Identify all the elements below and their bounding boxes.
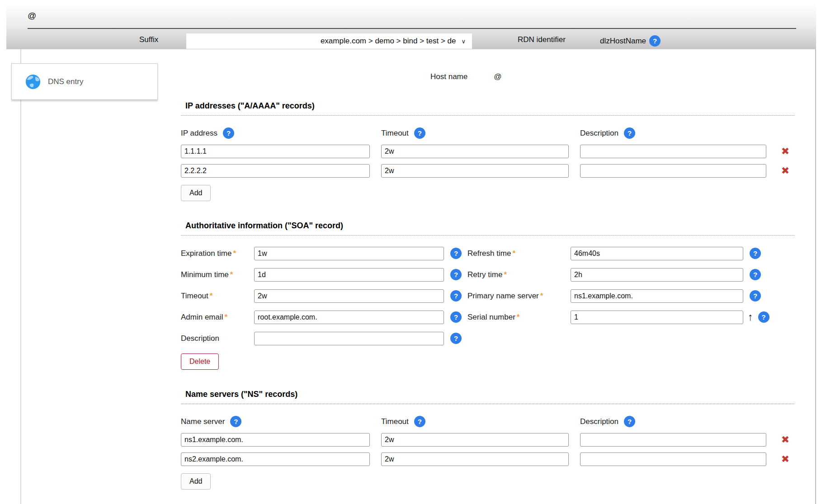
main-form: Host name @ IP addresses ("A/AAAA" recor…	[181, 63, 794, 490]
help-icon[interactable]: ?	[414, 127, 425, 139]
help-icon[interactable]: ?	[750, 248, 761, 259]
ip-add-button[interactable]: Add	[181, 185, 211, 201]
ns-server-column-header: Name server ?	[181, 416, 370, 427]
primary-name-server-text: Primary name server	[467, 292, 539, 300]
ip-description-input-0[interactable]	[580, 145, 766, 158]
help-icon[interactable]: ?	[649, 35, 661, 47]
refresh-time-text: Refresh time	[467, 249, 511, 258]
required-marker: *	[504, 270, 507, 279]
ns-timeout-column-header: Timeout ?	[381, 416, 569, 427]
retry-time-input[interactable]	[571, 268, 743, 282]
ns-description-input-0[interactable]	[580, 433, 766, 447]
ip-address-input-0[interactable]	[181, 145, 370, 158]
ns-timeout-input-0[interactable]	[381, 433, 569, 447]
ip-records-table: IP address ? Timeout ? Description ? ✖ ✖	[181, 127, 794, 178]
rdn-identifier-label: RDN identifier	[518, 35, 566, 44]
required-marker: *	[512, 249, 515, 258]
ns-timeout-input-1[interactable]	[381, 452, 569, 466]
title-divider	[28, 28, 796, 29]
delete-row-icon[interactable]: ✖	[781, 454, 789, 464]
help-icon[interactable]: ?	[450, 290, 462, 301]
soa-description-input[interactable]	[254, 332, 444, 345]
soa-delete-button[interactable]: Delete	[181, 353, 219, 370]
expiration-time-label: Expiration time*	[181, 249, 254, 258]
required-marker: *	[517, 313, 520, 321]
admin-email-input[interactable]	[254, 311, 444, 324]
serial-number-input[interactable]	[571, 311, 743, 324]
tab-dns-entry[interactable]: DNS entry	[11, 63, 158, 100]
serial-number-label: Serial number*	[467, 313, 571, 322]
help-icon[interactable]: ?	[450, 248, 462, 259]
suffix-select-value: example.com > demo > bind > test > de	[321, 37, 456, 46]
required-marker: *	[210, 292, 213, 300]
ip-section-title: IP addresses ("A/AAAA" records)	[181, 101, 794, 116]
ip-address-column-label: IP address	[181, 129, 217, 138]
hostname-label: Host name	[430, 72, 467, 81]
delete-row-icon[interactable]: ✖	[781, 435, 789, 445]
help-icon[interactable]: ?	[624, 416, 635, 427]
ns-add-button[interactable]: Add	[181, 473, 211, 490]
required-marker: *	[230, 270, 233, 279]
soa-section-title: Authoritative information ("SOA" record)	[181, 221, 794, 236]
ns-description-column-header: Description ?	[580, 416, 766, 427]
ns-server-input-0[interactable]	[181, 433, 370, 447]
ip-description-input-1[interactable]	[580, 164, 766, 178]
suffix-select[interactable]: example.com > demo > bind > test > de ∨	[186, 33, 472, 49]
serial-number-text: Serial number	[467, 313, 515, 321]
hostname-value: @	[494, 72, 501, 81]
ip-timeout-input-0[interactable]	[381, 145, 569, 158]
delete-row-icon[interactable]: ✖	[781, 166, 789, 176]
required-marker: *	[225, 313, 228, 321]
ip-timeout-column-label: Timeout	[381, 129, 409, 138]
ns-section-title: Name servers ("NS" records)	[181, 390, 794, 404]
help-icon[interactable]: ?	[450, 269, 462, 280]
ip-address-column-header: IP address ?	[181, 127, 370, 139]
help-icon[interactable]: ?	[758, 311, 769, 323]
retry-time-text: Retry time	[467, 270, 502, 279]
ip-description-column-header: Description ?	[580, 127, 766, 139]
increment-serial-icon[interactable]: ↑	[748, 312, 753, 322]
ip-address-input-1[interactable]	[181, 164, 370, 178]
help-icon[interactable]: ?	[750, 269, 761, 280]
help-icon[interactable]: ?	[450, 311, 462, 323]
rdn-identifier-value: dlzHostName ?	[600, 35, 661, 47]
primary-name-server-label: Primary name server*	[467, 292, 571, 301]
header-bar: @ Suffix example.com > demo > bind > tes…	[6, 5, 816, 49]
soa-timeout-input[interactable]	[254, 289, 444, 303]
soa-fields-grid: Expiration time* ? Refresh time* ? Minim…	[181, 243, 794, 349]
ip-description-column-label: Description	[580, 129, 618, 138]
ns-description-column-label: Description	[580, 417, 618, 426]
help-icon[interactable]: ?	[450, 333, 462, 344]
soa-timeout-label: Timeout*	[181, 292, 254, 301]
expiration-time-input[interactable]	[254, 247, 444, 260]
chevron-down-icon: ∨	[461, 38, 466, 45]
required-marker: *	[540, 292, 543, 300]
retry-time-label: Retry time*	[467, 270, 571, 279]
help-icon[interactable]: ?	[230, 416, 241, 427]
suffix-label: Suffix	[139, 35, 158, 44]
minimum-time-input[interactable]	[254, 268, 444, 282]
ns-records-table: Name server ? Timeout ? Description ? ✖ …	[181, 416, 794, 466]
help-icon[interactable]: ?	[223, 127, 234, 139]
ip-timeout-input-1[interactable]	[381, 164, 569, 178]
delete-row-icon[interactable]: ✖	[781, 146, 789, 156]
ns-server-input-1[interactable]	[181, 452, 370, 466]
globe-icon	[25, 74, 41, 89]
help-icon[interactable]: ?	[414, 416, 425, 427]
soa-timeout-text: Timeout	[181, 292, 208, 300]
refresh-time-label: Refresh time*	[467, 249, 571, 258]
ns-server-column-label: Name server	[181, 417, 225, 426]
soa-description-label: Description	[181, 334, 254, 343]
refresh-time-input[interactable]	[571, 247, 743, 260]
expiration-time-text: Expiration time	[181, 249, 231, 258]
hostname-row: Host name @	[430, 72, 794, 81]
tab-dns-entry-label: DNS entry	[48, 77, 83, 86]
ns-description-input-1[interactable]	[580, 452, 766, 466]
help-icon[interactable]: ?	[750, 290, 761, 301]
primary-name-server-input[interactable]	[571, 289, 743, 303]
admin-email-label: Admin email*	[181, 313, 254, 322]
rdn-identifier-text: dlzHostName	[600, 37, 646, 46]
help-icon[interactable]: ?	[624, 127, 635, 139]
minimum-time-label: Minimum time*	[181, 270, 254, 279]
page: @ Suffix example.com > demo > bind > tes…	[0, 0, 826, 504]
